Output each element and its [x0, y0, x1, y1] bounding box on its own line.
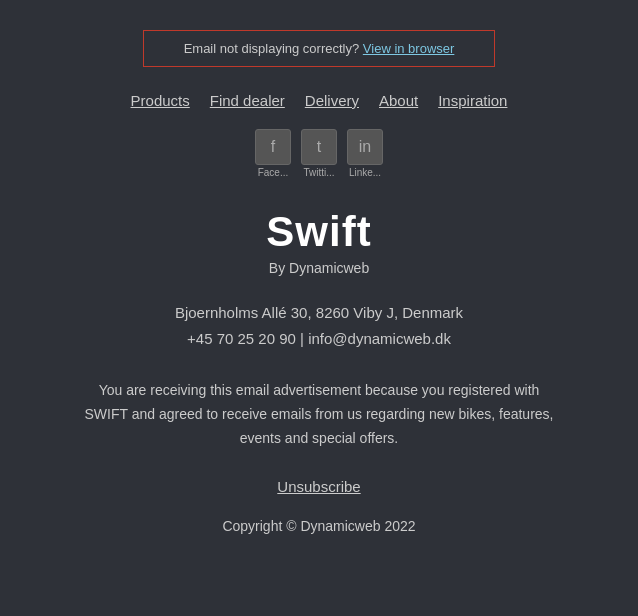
address-block: Bjoernholms Allé 30, 8260 Viby J, Denmar… — [175, 300, 463, 351]
social-icon-label-1: Twitti... — [303, 167, 334, 178]
email-banner-text: Email not displaying correctly? — [184, 41, 360, 56]
social-icon-0[interactable]: fFace... — [255, 129, 291, 178]
unsubscribe-link[interactable]: Unsubscribe — [277, 478, 360, 495]
social-icon-img-1: t — [301, 129, 337, 165]
social-icons-row: fFace...tTwitti...inLinke... — [255, 129, 383, 178]
brand-title: Swift — [266, 208, 371, 256]
address-line1: Bjoernholms Allé 30, 8260 Viby J, Denmar… — [175, 300, 463, 326]
address-line2: +45 70 25 20 90 | info@dynamicweb.dk — [175, 326, 463, 352]
nav-item-find-dealer[interactable]: Find dealer — [210, 92, 285, 109]
social-icon-label-0: Face... — [258, 167, 289, 178]
social-icon-img-2: in — [347, 129, 383, 165]
view-in-browser-link[interactable]: View in browser — [363, 41, 455, 56]
nav-item-products[interactable]: Products — [131, 92, 190, 109]
nav-item-about[interactable]: About — [379, 92, 418, 109]
social-icon-1[interactable]: tTwitti... — [301, 129, 337, 178]
nav-item-inspiration[interactable]: Inspiration — [438, 92, 507, 109]
description-text: You are receiving this email advertiseme… — [59, 379, 579, 450]
copyright-text: Copyright © Dynamicweb 2022 — [222, 518, 415, 534]
social-icon-img-0: f — [255, 129, 291, 165]
brand-subtitle: By Dynamicweb — [269, 260, 369, 276]
social-icon-2[interactable]: inLinke... — [347, 129, 383, 178]
social-icon-label-2: Linke... — [349, 167, 381, 178]
main-nav: ProductsFind dealerDeliveryAboutInspirat… — [131, 92, 508, 109]
nav-item-delivery[interactable]: Delivery — [305, 92, 359, 109]
unsubscribe-section: Unsubscribe — [277, 478, 360, 496]
email-banner: Email not displaying correctly? View in … — [143, 30, 496, 67]
